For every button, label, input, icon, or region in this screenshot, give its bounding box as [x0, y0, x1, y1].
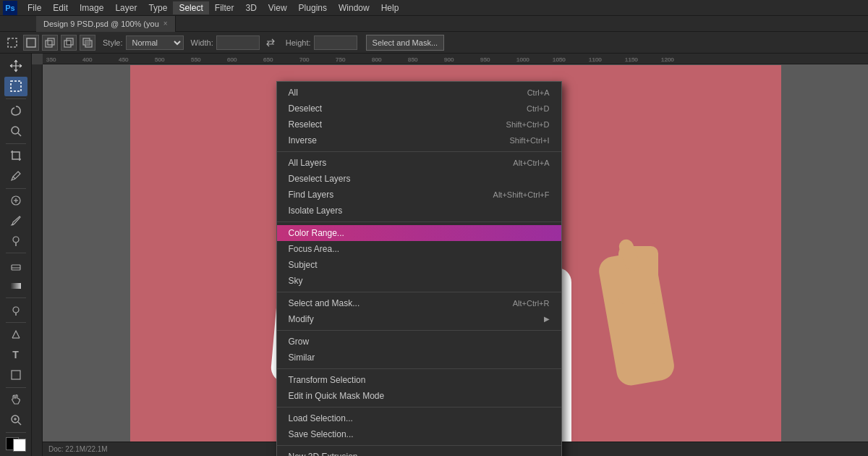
svg-line-25: [18, 422, 21, 425]
subtract-selection-btn[interactable]: [61, 35, 77, 51]
ps-logo: Ps: [3, 1, 17, 15]
doc-tab[interactable]: Design 9 PSD.psd @ 100% (you ×: [36, 16, 176, 32]
svg-text:900: 900: [444, 56, 454, 63]
menu-section-grow: Grow Similar: [277, 331, 561, 369]
tool-divider-2: [6, 143, 26, 144]
gradient-tool[interactable]: [4, 276, 27, 295]
menu-section-selection-tools: Color Range... Focus Area... Subject: [277, 222, 561, 292]
menu-item-save-selection[interactable]: Save Selection...: [277, 426, 561, 442]
svg-rect-28: [43, 54, 868, 64]
type-tool[interactable]: T: [4, 345, 27, 365]
tab-bar: Design 9 PSD.psd @ 100% (you ×: [0, 16, 868, 32]
color-swatches[interactable]: [4, 436, 27, 453]
svg-text:350: 350: [46, 56, 56, 63]
menu-type[interactable]: Type: [142, 1, 173, 14]
shape-tool[interactable]: [4, 366, 27, 385]
menu-image[interactable]: Image: [74, 1, 109, 14]
brush-tool[interactable]: [4, 211, 27, 230]
tab-close-button[interactable]: ×: [163, 20, 168, 28]
svg-text:500: 500: [155, 56, 165, 63]
swap-icon[interactable]: [263, 35, 278, 51]
svg-text:550: 550: [191, 56, 201, 63]
menu-plugins[interactable]: Plugins: [293, 1, 333, 14]
menu-3d[interactable]: 3D: [239, 1, 262, 14]
menu-item-find-layers[interactable]: Find Layers Alt+Shift+Ctrl+F: [277, 187, 561, 203]
menu-item-subject[interactable]: Subject: [277, 257, 561, 273]
svg-rect-8: [85, 41, 90, 45]
svg-text:1050: 1050: [553, 56, 566, 63]
zoom-tool[interactable]: [4, 410, 27, 430]
new-selection-btn[interactable]: [23, 35, 39, 51]
svg-point-20: [13, 307, 19, 313]
menu-item-deselect-layers[interactable]: Deselect Layers: [277, 171, 561, 187]
tool-divider-6: [6, 322, 26, 323]
dodge-tool[interactable]: [4, 300, 27, 320]
menu-item-color-range[interactable]: Color Range...: [277, 225, 561, 241]
menu-item-quick-mask[interactable]: Edit in Quick Mask Mode: [277, 388, 561, 404]
menu-section-basic: All Ctrl+A Deselect Ctrl+D Reselect Shif…: [277, 82, 561, 152]
menu-item-transform-selection[interactable]: Transform Selection: [277, 372, 561, 388]
menu-item-deselect[interactable]: Deselect Ctrl+D: [277, 101, 561, 117]
tool-divider-8: [6, 432, 26, 433]
hand-tool[interactable]: [4, 390, 27, 410]
menu-window[interactable]: Window: [333, 1, 375, 14]
quick-select-tool[interactable]: [4, 122, 27, 141]
crop-tool[interactable]: [4, 146, 27, 166]
menu-filter[interactable]: Filter: [209, 1, 240, 14]
menu-item-load-selection[interactable]: Load Selection...: [277, 410, 561, 426]
menu-item-new-3d-extrusion[interactable]: New 3D Extrusion: [277, 449, 561, 456]
style-label: Style:: [103, 38, 123, 47]
spot-heal-tool[interactable]: [4, 190, 27, 210]
marquee-tool[interactable]: [4, 77, 27, 96]
svg-text:1200: 1200: [661, 56, 674, 63]
menu-item-modify[interactable]: Modify ▶: [277, 311, 561, 327]
add-selection-btn[interactable]: [42, 35, 58, 51]
select-and-mask-button[interactable]: Select and Mask...: [366, 35, 445, 51]
menu-item-focus-area[interactable]: Focus Area...: [277, 241, 561, 257]
width-label: Width:: [191, 38, 213, 47]
menu-item-grow[interactable]: Grow: [277, 334, 561, 350]
svg-text:450: 450: [119, 56, 129, 63]
selection-rect-icon: [4, 35, 20, 51]
canvas-content: 🚌 All Ctrl+A Deselect Ctrl+D: [130, 65, 781, 456]
menu-section-layers: All Layers Alt+Ctrl+A Deselect Layers Fi…: [277, 152, 561, 222]
move-tool[interactable]: [4, 56, 27, 76]
svg-text:750: 750: [336, 56, 346, 63]
svg-point-10: [12, 127, 19, 134]
svg-text:400: 400: [82, 56, 93, 63]
select-dropdown-menu: All Ctrl+A Deselect Ctrl+D Reselect Shif…: [276, 81, 562, 456]
menu-help[interactable]: Help: [375, 1, 405, 14]
options-bar: Style: Normal Width: Height: Select and …: [0, 32, 868, 54]
ruler-left: [32, 64, 43, 456]
menu-select[interactable]: Select: [173, 1, 208, 14]
pen-tool[interactable]: [4, 325, 27, 345]
svg-rect-2: [46, 41, 52, 47]
tool-divider-5: [6, 297, 26, 298]
menu-file[interactable]: File: [22, 1, 47, 14]
height-input[interactable]: [314, 35, 357, 50]
intersect-selection-btn[interactable]: [80, 35, 95, 51]
menu-item-sky[interactable]: Sky: [277, 273, 561, 289]
svg-rect-19: [11, 283, 21, 289]
menu-layer[interactable]: Layer: [109, 1, 142, 14]
menu-item-similar[interactable]: Similar: [277, 350, 561, 366]
menu-section-transform: Transform Selection Edit in Quick Mask M…: [277, 369, 561, 408]
menu-item-all[interactable]: All Ctrl+A: [277, 85, 561, 101]
lasso-tool[interactable]: [4, 101, 27, 121]
doc-info: Doc: 22.1M/22.1M: [48, 445, 108, 453]
menu-view[interactable]: View: [263, 1, 293, 14]
clone-stamp-tool[interactable]: [4, 231, 27, 250]
svg-text:800: 800: [372, 56, 382, 63]
eyedropper-tool[interactable]: [4, 166, 27, 186]
eraser-tool[interactable]: [4, 256, 27, 275]
svg-point-15: [13, 237, 19, 242]
menu-item-all-layers[interactable]: All Layers Alt+Ctrl+A: [277, 155, 561, 171]
menu-item-select-and-mask[interactable]: Select and Mask... Alt+Ctrl+R: [277, 295, 561, 311]
width-input[interactable]: [216, 35, 260, 50]
style-dropdown[interactable]: Normal: [126, 35, 184, 50]
menu-item-isolate-layers[interactable]: Isolate Layers: [277, 203, 561, 219]
canvas-bg[interactable]: 🚌 All Ctrl+A Deselect Ctrl+D: [43, 64, 868, 456]
menu-edit[interactable]: Edit: [47, 1, 74, 14]
menu-item-inverse[interactable]: Inverse Shift+Ctrl+I: [277, 132, 561, 148]
menu-item-reselect[interactable]: Reselect Shift+Ctrl+D: [277, 117, 561, 132]
